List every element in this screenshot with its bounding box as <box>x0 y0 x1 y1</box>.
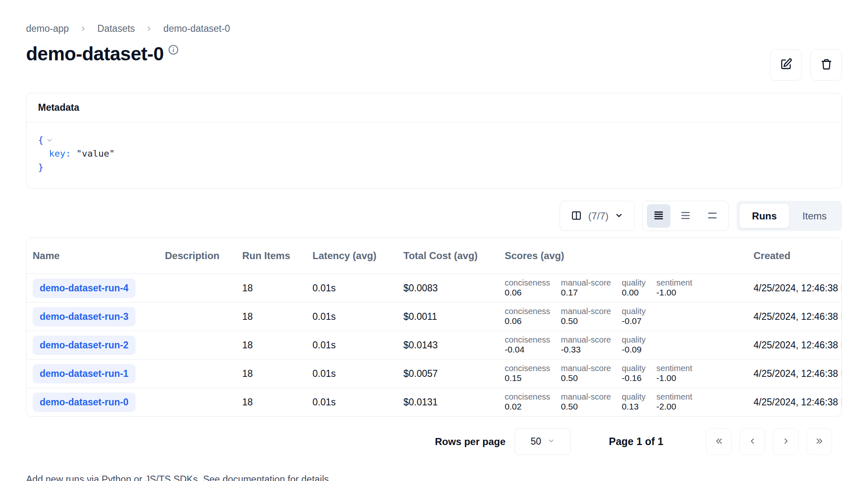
delete-dataset-button[interactable] <box>811 49 842 81</box>
sdk-hint-text-before: Add new runs via Python or JS/TS SDKs. S… <box>26 474 223 481</box>
score-value: 0.17 <box>561 288 611 298</box>
runs-table: Name Description Run Items Latency (avg)… <box>26 238 842 417</box>
row-height-medium-button[interactable] <box>674 204 697 228</box>
column-header-name: Name <box>26 238 159 274</box>
breadcrumb-item-datasets[interactable]: Datasets <box>98 23 135 34</box>
scores-cell: conciseness0.06manual-score0.17quality0.… <box>498 274 747 302</box>
rows-per-page-value: 50 <box>531 436 541 447</box>
column-header-created: Created <box>747 238 842 274</box>
score-chip: conciseness0.15 <box>505 364 550 383</box>
score-chip: quality0.13 <box>622 392 646 412</box>
description-cell <box>159 360 236 388</box>
previous-page-button[interactable] <box>739 428 765 455</box>
previous-page-icon <box>748 436 757 447</box>
score-value: -0.07 <box>622 316 646 326</box>
score-label: conciseness <box>505 307 550 317</box>
row-height-dense-button[interactable] <box>647 204 670 228</box>
score-label: sentiment <box>656 278 692 288</box>
sdk-hint-text-after: for details. <box>285 474 331 481</box>
documentation-link[interactable]: documentation <box>223 474 285 481</box>
collapse-chevron-icon[interactable] <box>46 136 53 144</box>
score-label: manual-score <box>561 392 611 402</box>
total-cost-cell: $0.0057 <box>397 360 498 388</box>
run-name-link[interactable]: demo-dataset-run-0 <box>33 393 136 412</box>
score-label: sentiment <box>656 364 692 374</box>
scores-cell: conciseness0.02manual-score0.50quality0.… <box>498 388 747 416</box>
run-name-link[interactable]: demo-dataset-run-3 <box>33 307 136 326</box>
metadata-json-viewer: { key: "value" } <box>26 122 842 188</box>
score-value: -1.00 <box>656 373 692 383</box>
description-cell <box>159 274 236 302</box>
score-value: -2.00 <box>656 402 692 412</box>
breadcrumb-item-current-dataset[interactable]: demo-dataset-0 <box>163 23 230 34</box>
first-page-button[interactable] <box>706 428 732 455</box>
total-cost-cell: $0.0143 <box>397 331 498 359</box>
breadcrumb-item-project[interactable]: demo-app <box>26 23 69 34</box>
last-page-button[interactable] <box>806 428 832 455</box>
created-cell: 4/25/2024, 12:46:38 PM <box>747 360 842 388</box>
table-body: demo-dataset-run-4180.01s$0.0083concisen… <box>26 274 842 416</box>
run-name-link[interactable]: demo-dataset-run-4 <box>33 279 136 298</box>
score-value: 0.15 <box>505 373 550 383</box>
table-row: demo-dataset-run-0180.01s$0.0131concisen… <box>26 388 842 416</box>
scores-cell: conciseness0.15manual-score0.50quality-0… <box>498 360 747 388</box>
table-row: demo-dataset-run-3180.01s$0.0011concisen… <box>26 302 842 331</box>
score-chip: quality-0.09 <box>622 335 646 355</box>
latency-cell: 0.01s <box>306 388 397 416</box>
run-items-cell: 18 <box>236 388 306 416</box>
scores-cell: conciseness-0.04manual-score-0.33quality… <box>498 331 747 359</box>
edit-dataset-button[interactable] <box>770 49 801 81</box>
chevron-right-icon <box>145 25 153 32</box>
score-label: quality <box>622 278 646 288</box>
breadcrumb: demo-app Datasets demo-dataset-0 <box>26 0 842 34</box>
score-chip: manual-score-0.33 <box>561 335 611 355</box>
column-header-run-items: Run Items <box>236 238 306 274</box>
score-label: conciseness <box>505 278 550 288</box>
run-name-link[interactable]: demo-dataset-run-1 <box>33 364 136 383</box>
name-cell: demo-dataset-run-3 <box>26 302 159 331</box>
run-items-cell: 18 <box>236 360 306 388</box>
score-label: quality <box>622 392 646 402</box>
column-visibility-button[interactable]: (7/7) <box>560 201 634 231</box>
score-chip: manual-score0.17 <box>561 278 611 298</box>
created-cell: 4/25/2024, 12:46:38 PM <box>747 274 842 302</box>
score-value: 0.13 <box>622 402 646 412</box>
score-value: 0.50 <box>561 402 611 412</box>
run-items-cell: 18 <box>236 302 306 331</box>
row-height-tall-icon <box>707 210 718 222</box>
table-row: demo-dataset-run-1180.01s$0.0057concisen… <box>26 359 842 388</box>
score-value: -0.04 <box>505 345 550 355</box>
score-chip: manual-score0.50 <box>561 364 611 383</box>
page-status: Page 1 of 1 <box>609 436 663 448</box>
json-open-brace: { <box>38 133 43 147</box>
name-cell: demo-dataset-run-4 <box>26 274 159 302</box>
columns-icon <box>571 210 582 222</box>
column-header-description: Description <box>159 238 236 274</box>
score-label: sentiment <box>656 392 692 402</box>
rows-per-page-select[interactable]: 50 <box>515 428 571 455</box>
pagination-nav <box>706 428 832 455</box>
score-value: 0.02 <box>505 402 550 412</box>
score-chip: conciseness0.02 <box>505 392 550 412</box>
info-icon[interactable] <box>168 44 179 57</box>
table-row: demo-dataset-run-4180.01s$0.0083concisen… <box>26 274 842 302</box>
next-page-button[interactable] <box>773 428 799 455</box>
score-value: 0.00 <box>622 288 646 298</box>
score-chip: quality0.00 <box>622 278 646 298</box>
dataset-actions <box>770 49 842 81</box>
score-chip: sentiment-1.00 <box>656 364 692 383</box>
page-title: demo-dataset-0 <box>26 43 164 64</box>
score-chip: quality-0.16 <box>622 364 646 383</box>
tab-runs[interactable]: Runs <box>739 204 789 228</box>
json-key: key: <box>49 147 71 160</box>
description-cell <box>159 331 236 359</box>
run-items-cell: 18 <box>236 274 306 302</box>
description-cell <box>159 388 236 416</box>
tab-items[interactable]: Items <box>790 204 839 228</box>
score-chip: conciseness0.06 <box>505 307 550 326</box>
run-name-link[interactable]: demo-dataset-run-2 <box>33 336 136 355</box>
row-height-tall-button[interactable] <box>701 204 724 228</box>
score-value: -0.16 <box>622 373 646 383</box>
name-cell: demo-dataset-run-0 <box>26 388 159 416</box>
title-row: demo-dataset-0 <box>26 43 842 81</box>
